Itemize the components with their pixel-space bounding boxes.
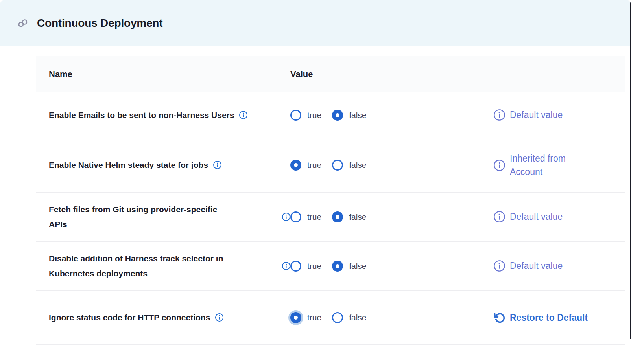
info-icon[interactable] bbox=[239, 110, 248, 119]
radio-option-true[interactable]: true bbox=[290, 160, 321, 171]
info-icon[interactable] bbox=[493, 109, 506, 121]
info-icon[interactable] bbox=[493, 260, 506, 272]
status-label[interactable]: Default value bbox=[510, 210, 563, 224]
column-header-name: Name bbox=[49, 69, 290, 79]
setting-value-cell: true false bbox=[290, 110, 448, 121]
radio-button-true[interactable] bbox=[290, 312, 301, 323]
status-cell: Default value bbox=[493, 259, 625, 273]
setting-name-cell: Ignore status code for HTTP connections bbox=[49, 310, 290, 325]
radio-button-false[interactable] bbox=[332, 261, 343, 272]
link-icon bbox=[17, 18, 28, 29]
radio-option-label[interactable]: true bbox=[307, 160, 321, 170]
setting-row: Fetch files from Git using provider-spec… bbox=[36, 193, 625, 242]
info-icon[interactable] bbox=[213, 160, 222, 169]
status-cell[interactable]: Restore to Default bbox=[493, 311, 625, 325]
setting-name-label: Fetch files from Git using provider-spec… bbox=[49, 202, 277, 232]
setting-row: Ignore status code for HTTP connections … bbox=[36, 291, 625, 345]
radio-option-false[interactable]: false bbox=[332, 110, 366, 121]
status-label[interactable]: Default value bbox=[510, 259, 563, 273]
radio-option-label[interactable]: false bbox=[349, 110, 366, 120]
radio-button-false[interactable] bbox=[332, 211, 343, 222]
table-header-row: Name Value bbox=[36, 56, 625, 92]
status-label[interactable]: Restore to Default bbox=[510, 311, 588, 325]
radio-option-false[interactable]: false bbox=[332, 160, 366, 171]
radio-option-label[interactable]: false bbox=[349, 313, 366, 322]
column-header-value: Value bbox=[290, 69, 313, 79]
radio-option-label[interactable]: true bbox=[307, 212, 321, 222]
info-icon[interactable] bbox=[493, 211, 506, 223]
setting-value-cell: true false bbox=[290, 211, 448, 222]
setting-name-cell: Enable Emails to be sent to non-Harness … bbox=[49, 108, 290, 123]
setting-name-cell: Fetch files from Git using provider-spec… bbox=[49, 202, 290, 232]
setting-value-cell: true false bbox=[290, 160, 448, 171]
status-cell: Inherited from Account bbox=[493, 152, 625, 179]
info-icon[interactable] bbox=[215, 313, 224, 322]
setting-row: Enable Emails to be sent to non-Harness … bbox=[36, 92, 625, 138]
radio-option-true[interactable]: true bbox=[290, 261, 321, 272]
status-label[interactable]: Default value bbox=[510, 108, 563, 122]
radio-option-label[interactable]: true bbox=[307, 110, 321, 120]
radio-option-label[interactable]: false bbox=[349, 160, 366, 170]
setting-row: Disable addition of Harness track select… bbox=[36, 242, 625, 291]
section-header: Continuous Deployment bbox=[0, 0, 631, 46]
radio-option-label[interactable]: false bbox=[349, 212, 366, 222]
radio-option-label[interactable]: false bbox=[349, 261, 366, 271]
setting-name-label: Disable addition of Harness track select… bbox=[49, 251, 277, 281]
radio-option-false[interactable]: false bbox=[332, 211, 366, 222]
radio-button-false[interactable] bbox=[332, 312, 343, 323]
setting-name-label: Enable Native Helm steady state for jobs bbox=[49, 158, 208, 173]
settings-table-body: Enable Emails to be sent to non-Harness … bbox=[36, 92, 625, 345]
setting-name-label: Enable Emails to be sent to non-Harness … bbox=[49, 108, 234, 123]
info-icon[interactable] bbox=[282, 212, 291, 221]
radio-option-true[interactable]: true bbox=[290, 312, 321, 323]
radio-option-false[interactable]: false bbox=[332, 312, 366, 323]
info-icon[interactable] bbox=[493, 159, 506, 171]
page-title: Continuous Deployment bbox=[37, 17, 162, 29]
radio-option-true[interactable]: true bbox=[290, 110, 321, 121]
setting-name-label: Ignore status code for HTTP connections bbox=[49, 310, 210, 325]
setting-value-cell: true false bbox=[290, 261, 448, 272]
info-icon[interactable] bbox=[282, 261, 291, 270]
radio-button-false[interactable] bbox=[332, 110, 343, 121]
radio-button-false[interactable] bbox=[332, 160, 343, 171]
setting-value-cell: true false bbox=[290, 312, 448, 323]
radio-option-true[interactable]: true bbox=[290, 211, 321, 222]
setting-name-cell: Enable Native Helm steady state for jobs bbox=[49, 158, 290, 173]
settings-table: Name Value Enable Emails to be sent to n… bbox=[36, 56, 625, 345]
radio-option-label[interactable]: true bbox=[307, 313, 321, 322]
settings-page: Continuous Deployment Name Value Enable … bbox=[0, 0, 631, 364]
radio-button-true[interactable] bbox=[290, 110, 301, 121]
status-label[interactable]: Inherited from Account bbox=[510, 152, 566, 179]
restore-icon[interactable] bbox=[493, 312, 506, 324]
radio-option-label[interactable]: true bbox=[307, 261, 321, 271]
radio-button-true[interactable] bbox=[290, 160, 301, 171]
status-cell: Default value bbox=[493, 108, 625, 122]
status-cell: Default value bbox=[493, 210, 625, 224]
radio-option-false[interactable]: false bbox=[332, 261, 366, 272]
setting-row: Enable Native Helm steady state for jobs… bbox=[36, 138, 625, 193]
setting-name-cell: Disable addition of Harness track select… bbox=[49, 251, 290, 281]
radio-button-true[interactable] bbox=[290, 261, 301, 272]
radio-button-true[interactable] bbox=[290, 211, 301, 222]
